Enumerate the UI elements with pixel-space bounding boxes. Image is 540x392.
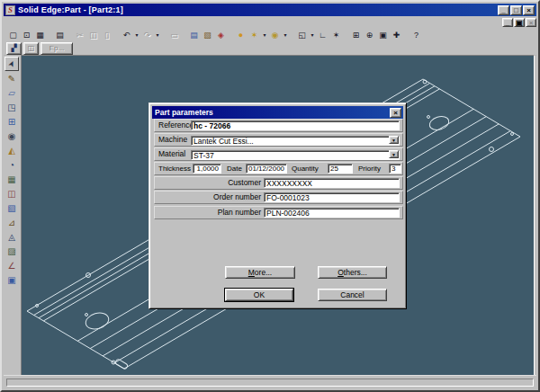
priority-label: Priority — [358, 163, 381, 174]
copy-icon[interactable]: ◫ — [86, 29, 100, 41]
child-close-button[interactable]: × — [526, 18, 536, 27]
zoom-area-icon[interactable]: ⊞ — [349, 29, 363, 41]
machine-field[interactable] — [191, 136, 400, 146]
pathfinder-icon[interactable]: ▣ — [4, 272, 19, 287]
reference-field[interactable] — [191, 120, 400, 130]
mirror-copy-icon[interactable]: ◫ — [4, 186, 19, 200]
reference-row: Reference — [154, 119, 403, 132]
menu-file[interactable] — [5, 22, 14, 23]
paste-icon[interactable]: ▯ — [100, 29, 113, 41]
draft-document-icon[interactable]: ▧ — [201, 29, 214, 41]
quantity-field[interactable] — [328, 164, 353, 174]
chevron-down-icon[interactable]: ▼ — [389, 150, 399, 158]
cutout-icon[interactable]: ◳ — [4, 100, 19, 114]
print-icon[interactable]: ▤ — [53, 29, 67, 41]
menu-bar: _ ▣ × — [4, 16, 536, 28]
style-icon[interactable]: ✶ — [248, 29, 261, 41]
named-views-dropdown-icon[interactable]: ▾ — [309, 29, 316, 41]
undo-dropdown-icon[interactable]: ▾ — [133, 29, 140, 41]
surface-icon[interactable]: ▨ — [4, 244, 19, 258]
dialog-title: Part parameters — [155, 108, 213, 117]
hole-icon[interactable]: ◉ — [4, 129, 19, 143]
pattern-icon[interactable]: ▦ — [4, 172, 19, 186]
menu-window[interactable] — [68, 22, 77, 23]
reference-label: Reference — [158, 120, 194, 131]
protrusion-icon[interactable]: ▱ — [4, 85, 19, 100]
cancel-button[interactable]: Cancel — [318, 289, 387, 301]
menu-format[interactable] — [41, 22, 50, 23]
plan-number-field[interactable] — [264, 208, 400, 218]
fit-view-icon[interactable]: ▣ — [376, 29, 390, 41]
round-icon[interactable]: ◭ — [4, 143, 19, 157]
dimension-icon[interactable]: ∠ — [4, 258, 19, 272]
dialog-title-bar: Part parameters × — [152, 106, 403, 119]
shaded-view-icon[interactable]: ● — [234, 29, 248, 41]
child-restore-button[interactable]: ▣ — [514, 18, 525, 27]
lantek-nest-button[interactable]: ▞ — [6, 42, 22, 55]
order-number-row: Order number — [154, 191, 403, 204]
child-minimize-button[interactable]: _ — [502, 18, 513, 27]
paint-dropdown-icon[interactable]: ▾ — [282, 29, 289, 41]
menu-view[interactable] — [23, 22, 32, 23]
status-message-panel — [6, 379, 534, 387]
open-icon[interactable]: ⊡ — [20, 29, 33, 41]
help-select-icon[interactable]: ? — [410, 29, 423, 41]
sketch-star-icon[interactable]: ✶ — [329, 29, 343, 41]
date-field[interactable] — [246, 164, 287, 174]
paint-part-icon[interactable]: ◉ — [268, 29, 282, 41]
lantek-info-button[interactable]: ◫ — [23, 42, 39, 55]
select-fence-icon[interactable]: ▭ — [167, 29, 181, 41]
menu-manage[interactable] — [77, 22, 86, 23]
feature-stamp-icon[interactable]: ◈ — [214, 29, 228, 41]
select-tool-icon[interactable]: ➤ — [4, 57, 19, 71]
dialog-close-icon[interactable]: × — [390, 108, 401, 118]
undo-icon[interactable]: ↶ — [120, 29, 133, 41]
sketch-icon[interactable]: ✎ — [4, 71, 19, 85]
machine-combo[interactable]: ▼ — [191, 135, 400, 145]
app-icon[interactable]: S — [5, 5, 15, 15]
lantek-ep-button[interactable]: Ep... — [40, 42, 73, 55]
new-icon[interactable]: ▢ — [6, 29, 20, 41]
material-field[interactable] — [191, 150, 400, 160]
priority-field[interactable] — [389, 164, 401, 174]
draft-icon[interactable]: ◬ — [4, 229, 19, 244]
zoom-icon[interactable]: ⊕ — [363, 29, 376, 41]
more-button[interactable]: More... — [225, 266, 295, 279]
rib-icon[interactable]: ⊿ — [4, 215, 19, 229]
window-title: Solid Edge:Part - [Part2:1] — [18, 5, 497, 14]
close-button[interactable]: × — [523, 5, 535, 15]
thin-wall-icon[interactable]: ▧ — [4, 200, 19, 215]
plan-number-row: Plan number — [154, 206, 403, 219]
menu-insert[interactable] — [32, 22, 41, 23]
cut-icon[interactable]: ✂ — [73, 29, 86, 41]
menu-edit[interactable] — [14, 22, 23, 23]
thickness-field[interactable] — [193, 164, 221, 174]
redo-dropdown-icon[interactable]: ▾ — [154, 29, 161, 41]
minimize-button[interactable]: _ — [498, 5, 509, 15]
menu-environment[interactable] — [59, 22, 68, 23]
customer-field[interactable] — [264, 178, 400, 188]
coordinate-axis-icon[interactable]: ∟ — [316, 29, 329, 41]
redo-icon[interactable]: ↷ — [140, 29, 154, 41]
part-document-icon[interactable]: ▤ — [187, 29, 201, 41]
corner-slot — [114, 359, 128, 370]
main-toolbar: ▢⊡▦▤✂◫▯↶▾↷▾▭▤▧◈●✶▾◉▾◱▾∟✶⊞⊕▣✚? — [4, 28, 536, 41]
part-parameters-dialog: Part parameters × Reference Machine ▼ Ma… — [148, 102, 407, 309]
save-icon[interactable]: ▦ — [33, 29, 47, 41]
material-row: Material ▼ — [154, 147, 403, 161]
order-number-field[interactable] — [264, 192, 400, 202]
menu-tools[interactable] — [50, 22, 59, 23]
maximize-button[interactable]: □ — [510, 5, 522, 15]
ok-button[interactable]: OK — [225, 289, 293, 301]
named-views-icon[interactable]: ◱ — [295, 29, 309, 41]
thickness-row: Thickness Date Quantity Priority — [154, 162, 403, 175]
pan-icon[interactable]: ✚ — [390, 29, 403, 41]
menu-help[interactable] — [86, 22, 95, 23]
revolved-protrusion-icon[interactable]: ⊞ — [4, 114, 19, 129]
style-dropdown-icon[interactable]: ▾ — [261, 29, 268, 41]
chevron-down-icon[interactable]: ▼ — [389, 136, 399, 144]
material-combo[interactable]: ▼ — [191, 149, 400, 159]
quantity-label: Quantity — [292, 163, 319, 174]
others-button[interactable]: Others... — [318, 266, 387, 279]
chamfer-icon[interactable]: ◔ — [4, 157, 19, 172]
